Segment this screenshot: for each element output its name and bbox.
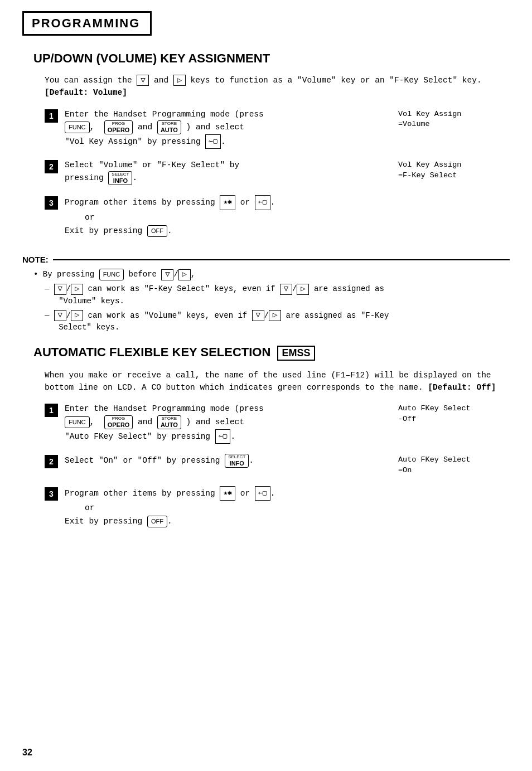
down-note2: ▷ [71, 284, 83, 295]
up-note4: ▽ [54, 310, 66, 321]
s2-step2-number: 2 [45, 455, 58, 468]
enter-key-2: ⇽▢ [255, 195, 270, 210]
note-section: NOTE: • By pressing FUNC before ▽/▷, — ▽… [22, 255, 510, 334]
step2-number: 2 [45, 160, 58, 173]
s2-step1-content: Enter the Handset Programming mode (pres… [65, 403, 393, 444]
step1-status: Vol Key Assign =Volume [398, 109, 510, 130]
intro-text: You can assign the [45, 76, 132, 85]
up-arrow-key: ▽ [137, 75, 149, 86]
note-label-text: NOTE: [22, 255, 49, 264]
s2-step3-text: Program other items by pressing [65, 488, 215, 497]
step3-number: 3 [45, 196, 58, 210]
store-auto-key-1: STORE AUTO [157, 120, 181, 134]
star-key-1: ★✱ [220, 195, 235, 210]
step1-row: 1 Enter the Handset Programming mode (pr… [45, 108, 510, 149]
s2-step3-content: Program other items by pressing ★✱ or ⇽▢… [65, 486, 393, 528]
default-label-2: [Default: Off] [428, 383, 496, 392]
s2-step1-status: Auto FKey Select -Off [398, 404, 510, 425]
down-arrow-key: ▷ [173, 75, 186, 86]
section1-steps: 1 Enter the Handset Programming mode (pr… [45, 108, 510, 237]
up-note: ▽ [161, 269, 173, 280]
section2-intro: When you make or receive a call, the nam… [45, 370, 510, 394]
section2-steps: 1 Enter the Handset Programming mode (pr… [45, 403, 510, 527]
off-key-1: OFF [147, 225, 167, 237]
and-text-1: and [138, 123, 157, 132]
store-auto-key-2: STORE AUTO [157, 415, 181, 429]
step2-row: 2 Select "Volume" or "F-Key Select" bypr… [45, 159, 510, 185]
note-bullet-1: • By pressing FUNC before ▽/▷, [33, 269, 510, 281]
s2-step2-status: Auto FKey Select =On [398, 455, 510, 476]
s2-step2-content: Select "On" or "Off" by pressing SELECT … [65, 454, 393, 468]
and-select-2: ) and select [186, 418, 244, 426]
off-key-2: OFF [147, 516, 167, 527]
header-banner: PROGRAMMING [22, 11, 152, 36]
up-note3: ▽ [280, 284, 292, 295]
note-dash-2: — ▽/▷ can work as "Volume" keys, even if… [45, 310, 510, 334]
page: PROGRAMMING UP/DOWN (VOLUME) KEY ASSIGNM… [0, 0, 532, 771]
down-note5: ▷ [269, 310, 281, 321]
step1-number: 1 [45, 109, 58, 123]
step2-text: Select "Volume" or "F-Key Select" bypres… [65, 161, 239, 183]
down-note: ▷ [178, 269, 191, 280]
step3-content: Program other items by pressing ★✱ or ⇽▢… [65, 195, 393, 237]
up-note5: ▽ [252, 310, 264, 321]
section-updown: UP/DOWN (VOLUME) KEY ASSIGNMENT You can … [22, 51, 510, 237]
s2-step1-number: 1 [45, 404, 58, 417]
step3-text: Program other items by pressing [65, 198, 215, 207]
section-auto: AUTOMATIC FLEXIBLE KEY SELECTION EMSS Wh… [22, 345, 510, 528]
default-label-1: [Default: Volume] [45, 88, 127, 97]
info-key-2: SELECT INFO [225, 454, 249, 468]
s2-step1-row: 1 Enter the Handset Programming mode (pr… [45, 403, 510, 444]
up-note2: ▽ [54, 284, 66, 295]
info-key-1: SELECT INFO [108, 171, 132, 185]
note-dash-1: — ▽/▷ can work as "F-Key Select" keys, e… [45, 283, 510, 307]
down-note4: ▷ [71, 310, 83, 321]
exit-text-1: Exit by pressing [65, 226, 147, 235]
s2-step1-text: Enter the Handset Programming mode (pres… [65, 404, 264, 413]
step2-content: Select "Volume" or "F-Key Select" bypres… [65, 159, 393, 185]
func-key-1: FUNC [65, 122, 90, 133]
intro3-text: When you make or receive a call, the nam… [45, 371, 491, 392]
step3-row: 3 Program other items by pressing ★✱ or … [45, 195, 510, 237]
vol-assign-quote: "Vol Key Assign" by pressing [65, 137, 205, 146]
down-note3: ▷ [297, 284, 309, 295]
section1-title: UP/DOWN (VOLUME) KEY ASSIGNMENT [33, 51, 510, 66]
header-title: PROGRAMMING [32, 16, 140, 30]
step2-status: Vol Key Assign =F-Key Select [398, 160, 510, 181]
section2-title: AUTOMATIC FLEXIBLE KEY SELECTION EMSS [33, 345, 510, 361]
emss-badge: EMSS [277, 346, 315, 361]
step1-content: Enter the Handset Programming mode (pres… [65, 108, 393, 149]
or-line-2: or [85, 502, 393, 514]
intro2-text: keys to function as a "Volume" key or an… [191, 76, 482, 85]
s2-step3-row: 3 Program other items by pressing ★✱ or … [45, 486, 510, 528]
enter-key-4: ⇽▢ [255, 486, 270, 501]
star-key-2: ★✱ [220, 486, 235, 501]
s2-step2-text: Select "On" or "Off" by pressing [65, 456, 225, 465]
auto-fkey-quote: "Auto FKey Select" by pressing [65, 432, 215, 441]
note-body: • By pressing FUNC before ▽/▷, — ▽/▷ can… [28, 269, 510, 334]
page-number: 32 [22, 748, 32, 758]
title2-text: AUTOMATIC FLEXIBLE KEY SELECTION [33, 345, 270, 359]
step1-text: Enter the Handset Programming mode (pres… [65, 110, 264, 119]
func-key-2: FUNC [65, 416, 90, 428]
s2-step2-row: 2 Select "On" or "Off" by pressing SELEC… [45, 454, 510, 476]
func-key-note: FUNC [99, 269, 124, 280]
exit-text-2: Exit by pressing [65, 517, 147, 526]
or-line-1: or [85, 211, 393, 224]
s2-step3-number: 3 [45, 487, 58, 501]
note-label: NOTE: [22, 255, 510, 264]
prog-opero-key-2: PROG OPERO [104, 415, 133, 429]
enter-key-3: ⇽▢ [215, 429, 231, 444]
enter-key-1: ⇽▢ [205, 134, 221, 149]
prog-opero-key-1: PROG OPERO [104, 120, 133, 134]
and-text-2: and [138, 418, 157, 426]
title1-text: UP/DOWN (VOLUME) KEY ASSIGNMENT [33, 51, 270, 65]
note-divider [53, 259, 510, 260]
and-select-1: ) and select [186, 123, 244, 132]
section1-intro: You can assign the ▽ and ▷ keys to funct… [45, 75, 510, 99]
